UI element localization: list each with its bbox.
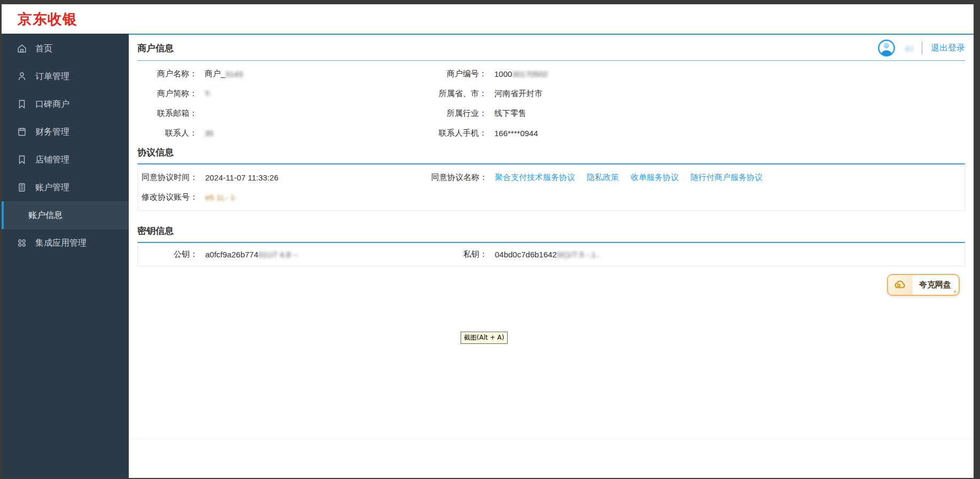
cloud-icon	[888, 275, 913, 295]
username-redacted: 4J	[905, 44, 913, 53]
field-value: 166****0944	[487, 123, 965, 143]
redacted-text: 35	[205, 129, 214, 138]
value-prefix: a0fcf9a26b774	[205, 250, 258, 259]
app-header: 京东收银	[2, 4, 974, 34]
sidebar-item-orders[interactable]: 订单管理	[2, 62, 129, 90]
field-value: 商户_3143	[197, 64, 347, 84]
field-value: 河南省开封市	[487, 84, 965, 104]
ledger-icon	[17, 127, 27, 137]
sidebar-item-label: 财务管理	[35, 127, 69, 138]
field-label: 同意协议名称：	[347, 168, 487, 187]
sidebar-item-label: 集成应用管理	[35, 238, 87, 249]
agreement-link[interactable]: 聚合支付技术服务协议	[495, 172, 575, 183]
sidebar-item-label: 店铺管理	[35, 154, 69, 166]
redacted-text: e5 1L- 1-	[205, 193, 237, 202]
agreement-section-title: 协议信息	[137, 146, 965, 159]
field-value: 100030170502	[487, 64, 965, 84]
field-value: e5 1L- 1-	[198, 187, 347, 207]
bookmark-icon	[17, 99, 27, 109]
field-label: 所属省、市：	[347, 84, 487, 104]
agreement-link[interactable]: 隐私政策	[587, 172, 619, 183]
field-label: 商户简称：	[137, 84, 197, 104]
value-prefix: 04bd0c7d6b1642	[495, 250, 557, 259]
page-topbar: 商户信息 4J	[137, 36, 965, 60]
sidebar-item-label: 口碑商户	[35, 99, 69, 110]
home-icon	[17, 43, 27, 54]
redacted-text: T-	[205, 89, 212, 98]
field-label: 商户名称：	[137, 64, 197, 84]
app-body: 首页 订单管理 口碑商户 财务管理	[2, 34, 974, 478]
screenshot-tooltip: 截图(Alt + A)	[461, 332, 508, 344]
field-label: 修改协议账号：	[138, 187, 198, 207]
agreement-link[interactable]: 随行付商户服务协议	[690, 172, 763, 183]
user-controls: 4J 退出登录	[877, 38, 965, 58]
sidebar-item-label: 账户管理	[35, 182, 69, 193]
empty-cell	[347, 187, 487, 207]
brand-logo: 京东收银	[18, 10, 77, 29]
apps-icon	[17, 238, 27, 248]
quark-netdisk-label: 夸克网盘	[913, 275, 959, 295]
key-box: 公钥： a0fcf9a26b77401U7 4.8 -- 私钥： 04bd0c7…	[137, 242, 965, 266]
field-label: 联系邮箱：	[137, 104, 197, 123]
field-label: 私钥：	[347, 245, 487, 264]
sidebar-item-label: 订单管理	[35, 71, 69, 82]
section-divider	[137, 60, 965, 61]
redacted-text: 3143	[225, 69, 243, 78]
agreement-box: 同意协议时间： 2024-11-07 11:33:26 同意协议名称： 聚合支付…	[137, 163, 965, 211]
sidebar-item-accounts[interactable]: 账户管理	[2, 174, 129, 201]
quark-netdisk-badge[interactable]: 夸克网盘 ⚡	[887, 274, 960, 296]
agreement-links: 聚合支付技术服务协议 隐私政策 收单服务协议 随行付商户服务协议	[487, 168, 965, 187]
main-content: 商户信息 4J	[129, 34, 974, 478]
value-prefix: 商户_	[205, 69, 225, 79]
page-title: 商户信息	[137, 42, 174, 54]
empty-cell	[487, 187, 965, 207]
agreement-link[interactable]: 收单服务协议	[631, 172, 679, 183]
sidebar-item-home[interactable]: 首页	[2, 35, 129, 62]
field-label: 公钥：	[138, 245, 198, 264]
field-value: T-	[197, 84, 347, 104]
sidebar-item-koubei[interactable]: 口碑商户	[2, 90, 129, 118]
logout-button[interactable]: 退出登录	[931, 43, 965, 54]
sidebar-item-label: 账户信息	[28, 210, 63, 221]
agreement-grid: 同意协议时间： 2024-11-07 11:33:26 同意协议名称： 聚合支付…	[138, 168, 965, 207]
field-value: 35	[197, 123, 347, 143]
sidebar-item-integrations[interactable]: 集成应用管理	[2, 229, 129, 257]
field-label: 联系人手机：	[347, 123, 487, 143]
field-value: 线下零售	[487, 104, 965, 123]
field-label: 联系人：	[137, 123, 197, 143]
field-label: 所属行业：	[347, 104, 487, 123]
public-key-value: a0fcf9a26b77401U7 4.8 --	[198, 245, 347, 264]
app-window: 京东收银 首页 订单管理 口碑商户	[2, 4, 974, 478]
lightning-icon: ⚡	[953, 288, 958, 296]
value-prefix: 1000	[494, 69, 512, 78]
sidebar: 首页 订单管理 口碑商户 财务管理	[2, 34, 129, 478]
calculator-icon	[17, 182, 27, 193]
private-key-value: 04bd0c7d6b16420/(1/7.5 -.1..	[487, 245, 965, 264]
sidebar-item-label: 首页	[35, 43, 52, 54]
footer-divider	[129, 439, 974, 439]
field-label: 商户编号：	[347, 64, 487, 84]
agreement-time-value: 2024-11-07 11:33:26	[198, 168, 347, 187]
merchant-info-grid: 商户名称： 商户_3143 商户编号： 100030170502 商户简称： T…	[137, 64, 965, 143]
field-label: 同意协议时间：	[138, 168, 198, 187]
redacted-text: 30170502	[512, 69, 548, 78]
redacted-text: 0/(1/7.5 -.1..	[557, 250, 600, 259]
avatar[interactable]	[877, 38, 896, 58]
key-grid: 公钥： a0fcf9a26b77401U7 4.8 -- 私钥： 04bd0c7…	[138, 245, 965, 264]
redacted-text: 01U7 4.8 --	[258, 250, 298, 259]
sidebar-item-finance[interactable]: 财务管理	[2, 118, 129, 146]
divider	[922, 42, 922, 54]
bookmark-icon	[17, 154, 27, 165]
sidebar-item-account-info[interactable]: 账户信息	[2, 201, 129, 229]
field-value	[197, 104, 347, 123]
key-section-title: 密钥信息	[137, 225, 965, 237]
sidebar-item-stores[interactable]: 店铺管理	[2, 146, 129, 174]
user-icon	[17, 71, 27, 82]
